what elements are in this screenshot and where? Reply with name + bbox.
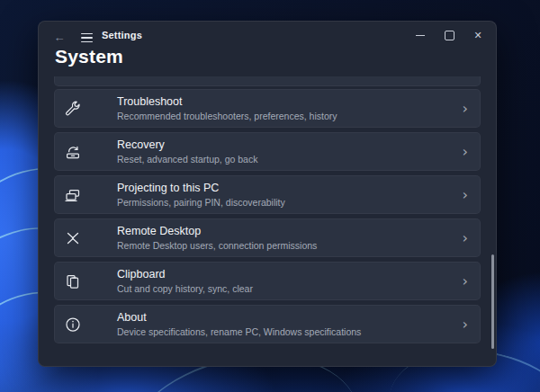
remote-desktop-icon [64,229,82,247]
row-description: Device specifications, rename PC, Window… [117,326,361,338]
minimize-button[interactable] [406,23,435,47]
navigation-menu-button[interactable] [75,28,98,48]
settings-row-projecting[interactable]: Projecting to this PC Permissions, pairi… [54,175,481,214]
row-description: Reset, advanced startup, go back [117,154,257,165]
recovery-icon [64,143,82,161]
settings-row-troubleshoot[interactable]: Troubleshoot Recommended troubleshooters… [54,89,481,128]
row-description: Cut and copy history, sync, clear [117,283,253,295]
settings-row-clipboard[interactable]: Clipboard Cut and copy history, sync, cl… [54,262,481,300]
wrench-icon [64,100,82,118]
close-button[interactable]: ✕ [464,23,492,47]
clipboard-icon [64,272,82,290]
row-label: About [117,311,361,325]
row-label: Remote Desktop [117,225,317,238]
hamburger-icon [81,33,93,35]
settings-row-activation-partial[interactable]: Activation state, subscriptions, product… [54,76,481,86]
window-controls: ✕ [406,23,492,47]
settings-window: ← Settings ✕ System Activation state, su… [38,21,497,367]
settings-row-about[interactable]: About Device specifications, rename PC, … [54,305,481,343]
chevron-right-icon: › [463,102,468,116]
chevron-right-icon: › [463,231,468,245]
chevron-right-icon: › [463,317,468,332]
projecting-icon [64,186,82,204]
row-label: Troubleshoot [117,95,338,109]
row-label: Clipboard [117,268,253,281]
page-title: System [55,46,123,67]
chevron-right-icon: › [463,188,468,202]
row-description: Recommended troubleshooters, preferences… [117,111,338,122]
maximize-button[interactable] [435,23,464,47]
scrollbar-thumb[interactable] [491,254,494,349]
chevron-right-icon: › [463,145,468,159]
settings-row-remote-desktop[interactable]: Remote Desktop Remote Desktop users, con… [54,218,481,257]
row-label: Projecting to this PC [117,182,285,195]
maximize-icon [445,31,454,40]
settings-list: Activation state, subscriptions, product… [39,76,496,364]
row-description: Permissions, pairing PIN, discoverabilit… [117,197,285,209]
row-description: Remote Desktop users, connection permiss… [117,240,317,252]
chevron-right-icon: › [463,274,468,289]
app-title: Settings [102,30,142,40]
minimize-icon [416,35,425,36]
settings-row-recovery[interactable]: Recovery Reset, advanced startup, go bac… [54,132,481,171]
row-label: Recovery [117,138,257,152]
back-button[interactable]: ← [48,27,71,47]
info-icon [64,316,82,334]
